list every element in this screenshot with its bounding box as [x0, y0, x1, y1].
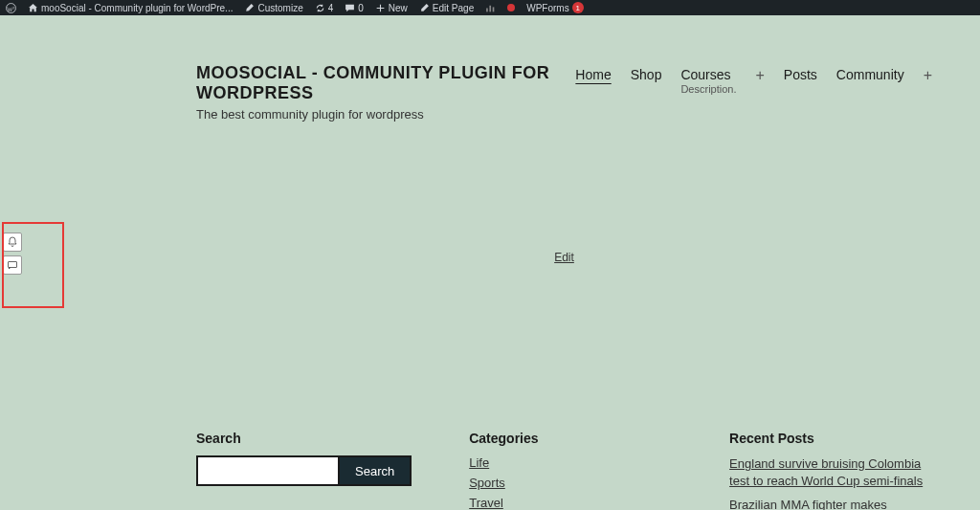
comment-icon	[345, 3, 355, 13]
new-link[interactable]: New	[375, 3, 408, 13]
site-name-link[interactable]: mooSocial - Community plugin for WordPre…	[28, 3, 233, 13]
svg-rect-3	[493, 7, 495, 11]
edit-page-text: Edit Page	[433, 3, 474, 13]
customize-link[interactable]: Customize	[244, 3, 302, 13]
wp-admin-bar: mooSocial - Community plugin for WordPre…	[0, 0, 980, 15]
updates-count: 4	[328, 3, 334, 13]
category-link[interactable]: Travel	[469, 496, 672, 510]
edit-page-link[interactable]: Edit Page	[419, 3, 474, 13]
wp-logo[interactable]	[6, 3, 16, 13]
site-title[interactable]: MOOSOCIAL - COMMUNITY PLUGIN FOR WORDPRE…	[196, 63, 575, 103]
site-name-text: mooSocial - Community plugin for WordPre…	[41, 3, 233, 13]
categories-title: Categories	[469, 431, 672, 446]
stats-link[interactable]	[485, 3, 496, 13]
search-input[interactable]	[196, 455, 340, 486]
site-header: MOOSOCIAL - COMMUNITY PLUGIN FOR WORDPRE…	[196, 63, 932, 122]
nav-expand-1[interactable]: +	[756, 67, 765, 84]
plus-icon	[375, 3, 386, 13]
home-icon	[28, 3, 38, 13]
nav-courses-label: Courses	[680, 67, 736, 82]
nav-posts[interactable]: Posts	[784, 67, 817, 82]
search-button[interactable]: Search	[340, 455, 412, 486]
nav-expand-2[interactable]: +	[924, 67, 932, 84]
wpforms-badge: 1	[572, 2, 584, 13]
recent-posts-title: Recent Posts	[729, 431, 932, 446]
primary-nav: Home Shop Courses Description. + Posts C…	[575, 63, 932, 95]
categories-list: Life Sports Travel	[469, 455, 672, 510]
wordpress-icon	[6, 3, 16, 13]
nav-courses-desc: Description.	[680, 83, 736, 95]
site-tagline: The best community plugin for wordpress	[196, 107, 575, 122]
recent-post-link[interactable]: Brazilian MMA fighter makes impressive r…	[729, 498, 932, 510]
nav-community[interactable]: Community	[836, 67, 904, 82]
wpforms-text: WPForms	[526, 3, 568, 13]
stats-icon	[485, 3, 496, 13]
svg-rect-1	[486, 8, 488, 11]
page-content: MOOSOCIAL - COMMUNITY PLUGIN FOR WORDPRE…	[0, 15, 980, 264]
svg-rect-2	[490, 5, 492, 11]
record-indicator[interactable]	[507, 4, 515, 11]
search-widget: Search Search	[196, 431, 412, 510]
nav-courses[interactable]: Courses Description.	[680, 67, 736, 95]
red-dot-icon	[507, 4, 515, 11]
new-text: New	[389, 3, 408, 13]
edit-content-link[interactable]: Edit	[554, 251, 574, 264]
site-branding: MOOSOCIAL - COMMUNITY PLUGIN FOR WORDPRE…	[196, 63, 575, 122]
recent-posts-widget: Recent Posts England survive bruising Co…	[729, 431, 932, 510]
recent-posts-list: England survive bruising Colombia test t…	[729, 455, 932, 510]
recent-post-link[interactable]: England survive bruising Colombia test t…	[729, 455, 932, 490]
comments-count: 0	[358, 3, 364, 13]
category-link[interactable]: Life	[469, 455, 672, 470]
categories-widget: Categories Life Sports Travel	[469, 431, 672, 510]
wpforms-link[interactable]: WPForms 1	[526, 2, 583, 13]
footer-widgets: Search Search Categories Life Sports Tra…	[196, 431, 932, 510]
customize-text: Customize	[257, 3, 302, 13]
search-widget-title: Search	[196, 431, 412, 446]
brush-icon	[244, 3, 255, 13]
edit-link-wrap: Edit	[196, 251, 932, 264]
update-icon	[315, 3, 325, 13]
category-link[interactable]: Sports	[469, 476, 672, 490]
updates-link[interactable]: 4	[315, 3, 334, 13]
search-form: Search	[196, 455, 412, 486]
nav-home[interactable]: Home	[575, 67, 611, 82]
nav-shop[interactable]: Shop	[631, 67, 662, 82]
pencil-icon	[419, 3, 430, 13]
comments-link[interactable]: 0	[345, 3, 364, 13]
